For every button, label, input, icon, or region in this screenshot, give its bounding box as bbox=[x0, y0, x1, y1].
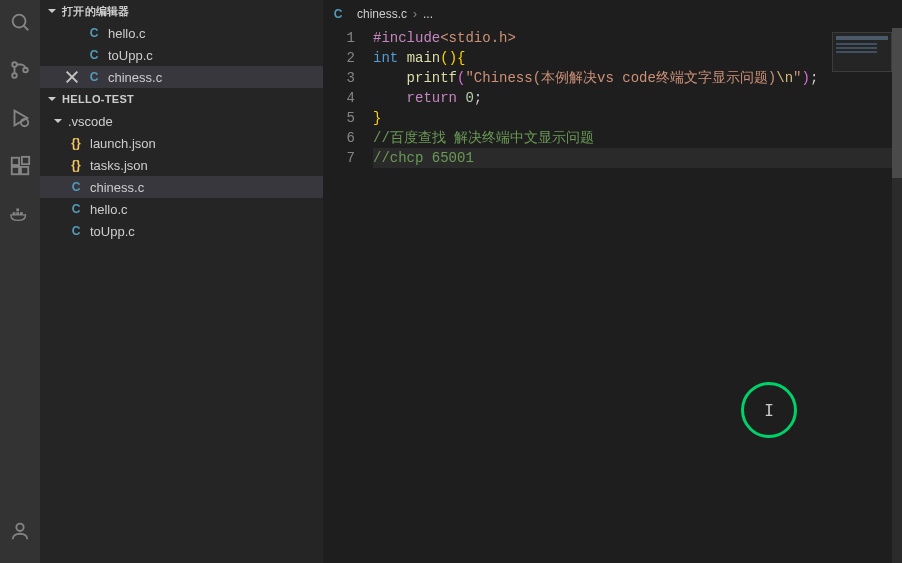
docker-icon[interactable] bbox=[8, 202, 32, 226]
json-file-icon: {} bbox=[68, 157, 84, 173]
chevron-down-icon bbox=[52, 115, 64, 127]
run-debug-icon[interactable] bbox=[8, 106, 32, 130]
c-file-icon: C bbox=[86, 47, 102, 63]
account-icon[interactable] bbox=[8, 519, 32, 543]
svg-rect-7 bbox=[12, 158, 19, 165]
file-tasks-json[interactable]: {} tasks.json bbox=[40, 154, 323, 176]
scroll-thumb[interactable] bbox=[892, 28, 902, 178]
svg-rect-14 bbox=[16, 209, 19, 212]
svg-rect-9 bbox=[21, 167, 28, 174]
file-hello[interactable]: C hello.c bbox=[40, 198, 323, 220]
extensions-icon[interactable] bbox=[8, 154, 32, 178]
c-file-icon: C bbox=[68, 201, 84, 217]
source-control-icon[interactable] bbox=[8, 58, 32, 82]
file-launch-json[interactable]: {} launch.json bbox=[40, 132, 323, 154]
code-editor[interactable]: 1 2 3 4 5 6 7 #include<stdio.h> int main… bbox=[323, 28, 902, 563]
search-icon[interactable] bbox=[8, 10, 32, 34]
chevron-down-icon bbox=[46, 5, 58, 17]
file-label: toUpp.c bbox=[90, 224, 135, 239]
open-editor-chiness[interactable]: C chiness.c bbox=[40, 66, 323, 88]
svg-point-15 bbox=[16, 524, 23, 531]
file-label: launch.json bbox=[90, 136, 156, 151]
workspace-label: HELLO-TEST bbox=[62, 93, 134, 105]
text-cursor-icon: I bbox=[764, 401, 774, 420]
sidebar: 打开的编辑器 C hello.c C toUpp.c C chiness.c H… bbox=[40, 0, 323, 563]
activity-bar bbox=[0, 0, 40, 563]
open-editor-hello[interactable]: C hello.c bbox=[40, 22, 323, 44]
folder-label: .vscode bbox=[68, 114, 113, 129]
file-toupp[interactable]: C toUpp.c bbox=[40, 220, 323, 242]
file-label: chiness.c bbox=[90, 180, 144, 195]
json-file-icon: {} bbox=[68, 135, 84, 151]
open-editor-toupp[interactable]: C toUpp.c bbox=[40, 44, 323, 66]
breadcrumb[interactable]: C chiness.c › ... bbox=[323, 0, 902, 28]
line-gutter: 1 2 3 4 5 6 7 bbox=[323, 28, 373, 563]
cursor-highlight: I bbox=[741, 382, 797, 438]
code-content[interactable]: #include<stdio.h> int main(){ printf("Ch… bbox=[373, 28, 902, 563]
svg-point-2 bbox=[12, 62, 17, 67]
breadcrumb-file: chiness.c bbox=[357, 7, 407, 21]
minimap[interactable] bbox=[832, 32, 892, 72]
c-file-icon: C bbox=[86, 69, 102, 85]
close-icon[interactable] bbox=[64, 69, 80, 85]
c-file-icon: C bbox=[68, 179, 84, 195]
c-file-icon: C bbox=[331, 7, 345, 21]
file-chiness[interactable]: C chiness.c bbox=[40, 176, 323, 198]
svg-point-0 bbox=[13, 15, 26, 28]
file-label: toUpp.c bbox=[108, 48, 153, 63]
open-editors-label: 打开的编辑器 bbox=[62, 4, 130, 19]
svg-rect-10 bbox=[22, 157, 29, 164]
file-label: chiness.c bbox=[108, 70, 162, 85]
file-label: hello.c bbox=[90, 202, 128, 217]
svg-point-3 bbox=[12, 73, 17, 78]
file-label: tasks.json bbox=[90, 158, 148, 173]
editor-pane: C chiness.c › ... 1 2 3 4 5 6 7 #include… bbox=[323, 0, 902, 563]
file-label: hello.c bbox=[108, 26, 146, 41]
chevron-down-icon bbox=[46, 93, 58, 105]
svg-line-1 bbox=[24, 26, 29, 31]
c-file-icon: C bbox=[68, 223, 84, 239]
open-editors-header[interactable]: 打开的编辑器 bbox=[40, 0, 323, 22]
svg-rect-8 bbox=[12, 167, 19, 174]
breadcrumb-more: ... bbox=[423, 7, 433, 21]
c-file-icon: C bbox=[86, 25, 102, 41]
folder-vscode[interactable]: .vscode bbox=[40, 110, 323, 132]
workspace-header[interactable]: HELLO-TEST bbox=[40, 88, 323, 110]
chevron-right-icon: › bbox=[413, 7, 417, 21]
